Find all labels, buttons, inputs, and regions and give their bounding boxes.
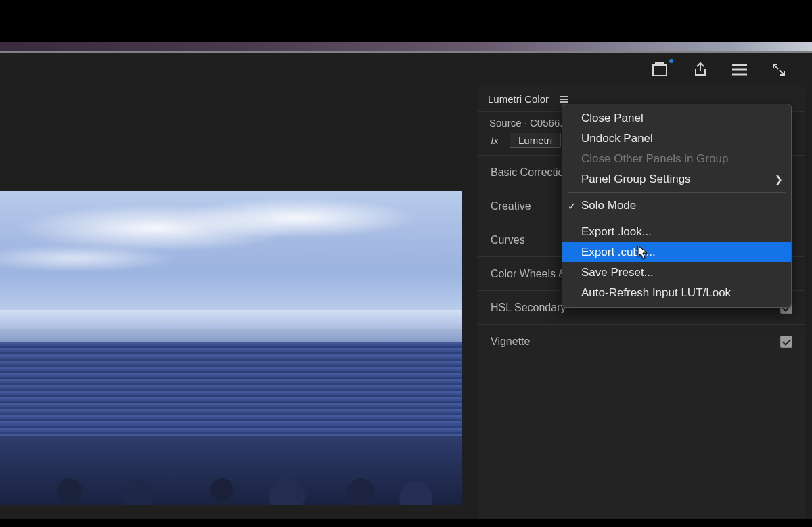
window-titlebar-sliver — [0, 42, 812, 51]
panel-tab-lumetri[interactable]: Lumetri Color — [488, 93, 549, 105]
menu-export-cube[interactable]: Export .cube... — [562, 242, 791, 262]
section-label: Vignette — [491, 336, 530, 348]
fx-toggle-icon[interactable]: fx — [487, 135, 503, 146]
section-label: HSL Secondary — [491, 302, 566, 314]
menu-save-preset[interactable]: Save Preset... — [562, 262, 791, 283]
menu-undock-panel[interactable]: Undock Panel — [562, 129, 791, 149]
svg-rect-1 — [656, 63, 664, 65]
menu-auto-refresh-lut[interactable]: Auto-Refresh Input LUT/Look — [562, 283, 791, 303]
svg-rect-0 — [653, 65, 667, 76]
check-icon: ✓ — [568, 200, 577, 212]
letterbox-bottom — [0, 519, 812, 527]
menu-separator — [568, 192, 786, 193]
panel-context-menu: Close Panel Undock Panel Close Other Pan… — [562, 104, 792, 308]
program-monitor — [0, 191, 462, 505]
section-toggle-checkbox[interactable] — [780, 336, 792, 348]
section-label: Creative — [491, 200, 531, 212]
panel-menu-icon[interactable] — [560, 96, 568, 103]
preview-cloud — [0, 245, 176, 272]
menu-label: Solo Mode — [581, 199, 636, 212]
section-label: Color Wheels & — [491, 268, 566, 280]
quick-export-icon[interactable] — [651, 60, 671, 80]
letterbox-top — [0, 0, 812, 42]
top-toolbar — [651, 53, 805, 87]
effect-selector-button[interactable]: Lumetri — [510, 133, 561, 148]
preview-shore — [0, 436, 462, 505]
menu-separator — [568, 219, 786, 219]
section-vignette[interactable]: Vignette — [478, 324, 805, 358]
share-icon[interactable] — [690, 60, 710, 80]
menu-solo-mode[interactable]: ✓ Solo Mode — [562, 196, 791, 216]
menu-panel-group-settings[interactable]: Panel Group Settings ❯ — [562, 169, 791, 189]
fullscreen-icon[interactable] — [769, 60, 789, 80]
notification-dot-icon — [669, 59, 673, 63]
submenu-arrow-icon: ❯ — [775, 174, 783, 185]
preview-cloud — [176, 198, 420, 238]
section-label: Curves — [491, 234, 525, 246]
workspaces-icon[interactable] — [729, 60, 750, 80]
menu-label: Panel Group Settings — [581, 173, 691, 185]
menu-export-look[interactable]: Export .look... — [562, 222, 791, 242]
menu-close-panel[interactable]: Close Panel — [562, 108, 791, 129]
section-label: Basic Correction — [491, 166, 570, 179]
menu-close-other-panels: Close Other Panels in Group — [562, 149, 791, 169]
